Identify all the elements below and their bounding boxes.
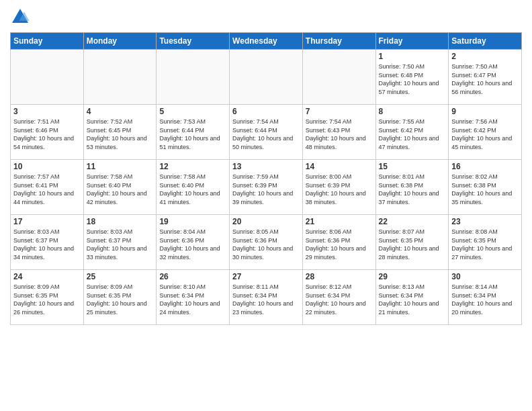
calendar-day-cell: 16Sunrise: 8:02 AM Sunset: 6:38 PM Dayli… [449,160,522,215]
day-info: Sunrise: 7:54 AM Sunset: 6:43 PM Dayligh… [306,118,373,151]
day-info: Sunrise: 8:06 AM Sunset: 6:36 PM Dayligh… [306,228,373,261]
calendar-day-cell [83,50,157,105]
day-number: 15 [379,162,446,171]
day-number: 19 [159,217,226,226]
day-number: 29 [379,272,446,281]
day-number: 24 [13,272,81,281]
weekday-header: Thursday [302,33,375,50]
day-info: Sunrise: 7:52 AM Sunset: 6:45 PM Dayligh… [87,118,154,151]
day-number: 28 [306,272,373,281]
day-info: Sunrise: 8:13 AM Sunset: 6:34 PM Dayligh… [379,283,446,316]
day-number: 14 [306,162,373,171]
calendar-day-cell: 26Sunrise: 8:10 AM Sunset: 6:34 PM Dayli… [157,270,230,325]
day-info: Sunrise: 8:03 AM Sunset: 6:37 PM Dayligh… [87,228,154,261]
calendar-week-row: 17Sunrise: 8:03 AM Sunset: 6:37 PM Dayli… [11,215,522,270]
calendar-day-cell [230,50,303,105]
day-info: Sunrise: 8:11 AM Sunset: 6:34 PM Dayligh… [232,283,300,316]
calendar-day-cell: 30Sunrise: 8:14 AM Sunset: 6:34 PM Dayli… [449,270,522,325]
calendar-day-cell: 20Sunrise: 8:05 AM Sunset: 6:36 PM Dayli… [230,215,303,270]
day-info: Sunrise: 7:54 AM Sunset: 6:44 PM Dayligh… [232,118,300,151]
day-number: 27 [232,272,300,281]
day-number: 12 [159,162,226,171]
day-info: Sunrise: 7:53 AM Sunset: 6:44 PM Dayligh… [159,118,226,151]
day-info: Sunrise: 8:05 AM Sunset: 6:36 PM Dayligh… [232,228,300,261]
calendar-day-cell: 21Sunrise: 8:06 AM Sunset: 6:36 PM Dayli… [302,215,375,270]
day-info: Sunrise: 7:50 AM Sunset: 6:47 PM Dayligh… [451,62,519,96]
weekday-header: Saturday [449,33,522,50]
day-number: 17 [13,217,81,226]
calendar-day-cell: 1Sunrise: 7:50 AM Sunset: 6:48 PM Daylig… [375,50,449,105]
day-info: Sunrise: 8:07 AM Sunset: 6:35 PM Dayligh… [379,228,446,261]
calendar-day-cell: 2Sunrise: 7:50 AM Sunset: 6:47 PM Daylig… [449,50,522,105]
calendar-day-cell [302,50,375,105]
day-info: Sunrise: 7:57 AM Sunset: 6:41 PM Dayligh… [13,173,81,206]
day-number: 6 [232,107,300,116]
day-number: 13 [232,162,300,171]
day-number: 18 [87,217,154,226]
day-number: 25 [87,272,154,281]
day-info: Sunrise: 8:00 AM Sunset: 6:39 PM Dayligh… [306,173,373,206]
calendar-day-cell: 12Sunrise: 7:58 AM Sunset: 6:40 PM Dayli… [157,160,230,215]
day-number: 21 [306,217,373,226]
day-info: Sunrise: 7:55 AM Sunset: 6:42 PM Dayligh… [379,118,446,151]
day-info: Sunrise: 8:10 AM Sunset: 6:34 PM Dayligh… [159,283,226,316]
day-info: Sunrise: 8:09 AM Sunset: 6:35 PM Dayligh… [87,283,154,316]
calendar-day-cell: 22Sunrise: 8:07 AM Sunset: 6:35 PM Dayli… [375,215,449,270]
calendar-week-row: 3Sunrise: 7:51 AM Sunset: 6:46 PM Daylig… [11,105,522,160]
calendar: SundayMondayTuesdayWednesdayThursdayFrid… [10,32,522,325]
day-number: 8 [379,107,446,116]
day-info: Sunrise: 8:03 AM Sunset: 6:37 PM Dayligh… [13,228,81,261]
calendar-week-row: 1Sunrise: 7:50 AM Sunset: 6:48 PM Daylig… [11,50,522,105]
day-number: 5 [159,107,226,116]
calendar-day-cell: 17Sunrise: 8:03 AM Sunset: 6:37 PM Dayli… [11,215,84,270]
calendar-day-cell: 27Sunrise: 8:11 AM Sunset: 6:34 PM Dayli… [230,270,303,325]
calendar-day-cell: 9Sunrise: 7:56 AM Sunset: 6:42 PM Daylig… [449,105,522,160]
calendar-day-cell: 28Sunrise: 8:12 AM Sunset: 6:34 PM Dayli… [302,270,375,325]
calendar-day-cell: 4Sunrise: 7:52 AM Sunset: 6:45 PM Daylig… [83,105,157,160]
day-info: Sunrise: 8:04 AM Sunset: 6:36 PM Dayligh… [159,228,226,261]
day-info: Sunrise: 7:58 AM Sunset: 6:40 PM Dayligh… [159,173,226,206]
day-info: Sunrise: 7:59 AM Sunset: 6:39 PM Dayligh… [232,173,300,206]
calendar-day-cell: 13Sunrise: 7:59 AM Sunset: 6:39 PM Dayli… [230,160,303,215]
day-number: 26 [159,272,226,281]
calendar-week-row: 10Sunrise: 7:57 AM Sunset: 6:41 PM Dayli… [11,160,522,215]
day-info: Sunrise: 8:12 AM Sunset: 6:34 PM Dayligh… [306,283,373,316]
calendar-day-cell: 29Sunrise: 8:13 AM Sunset: 6:34 PM Dayli… [375,270,449,325]
day-number: 22 [379,217,446,226]
day-number: 9 [451,107,519,116]
day-number: 20 [232,217,300,226]
weekday-header: Sunday [11,33,84,50]
logo [10,7,33,27]
day-info: Sunrise: 8:09 AM Sunset: 6:35 PM Dayligh… [13,283,81,316]
calendar-day-cell: 23Sunrise: 8:08 AM Sunset: 6:35 PM Dayli… [449,215,522,270]
day-info: Sunrise: 8:02 AM Sunset: 6:38 PM Dayligh… [451,173,519,206]
calendar-day-cell: 3Sunrise: 7:51 AM Sunset: 6:46 PM Daylig… [11,105,84,160]
day-number: 30 [451,272,519,281]
calendar-week-row: 24Sunrise: 8:09 AM Sunset: 6:35 PM Dayli… [11,270,522,325]
calendar-day-cell: 25Sunrise: 8:09 AM Sunset: 6:35 PM Dayli… [83,270,157,325]
day-info: Sunrise: 8:08 AM Sunset: 6:35 PM Dayligh… [451,228,519,261]
calendar-day-cell: 19Sunrise: 8:04 AM Sunset: 6:36 PM Dayli… [157,215,230,270]
day-number: 11 [87,162,154,171]
day-number: 1 [379,52,446,61]
calendar-day-cell [11,50,84,105]
calendar-day-cell: 15Sunrise: 8:01 AM Sunset: 6:38 PM Dayli… [375,160,449,215]
logo-icon [10,7,30,27]
day-info: Sunrise: 7:58 AM Sunset: 6:40 PM Dayligh… [87,173,154,206]
calendar-day-cell: 10Sunrise: 7:57 AM Sunset: 6:41 PM Dayli… [11,160,84,215]
calendar-day-cell [157,50,230,105]
calendar-day-cell: 11Sunrise: 7:58 AM Sunset: 6:40 PM Dayli… [83,160,157,215]
day-number: 23 [451,217,519,226]
day-info: Sunrise: 8:14 AM Sunset: 6:34 PM Dayligh… [451,283,519,316]
day-info: Sunrise: 7:51 AM Sunset: 6:46 PM Dayligh… [13,118,81,151]
calendar-day-cell: 7Sunrise: 7:54 AM Sunset: 6:43 PM Daylig… [302,105,375,160]
calendar-day-cell: 24Sunrise: 8:09 AM Sunset: 6:35 PM Dayli… [11,270,84,325]
day-number: 3 [13,107,81,116]
day-info: Sunrise: 8:01 AM Sunset: 6:38 PM Dayligh… [379,173,446,206]
day-number: 10 [13,162,81,171]
day-info: Sunrise: 7:50 AM Sunset: 6:48 PM Dayligh… [379,62,446,96]
day-number: 2 [451,52,519,61]
day-number: 4 [87,107,154,116]
calendar-day-cell: 6Sunrise: 7:54 AM Sunset: 6:44 PM Daylig… [230,105,303,160]
day-info: Sunrise: 7:56 AM Sunset: 6:42 PM Dayligh… [451,118,519,151]
